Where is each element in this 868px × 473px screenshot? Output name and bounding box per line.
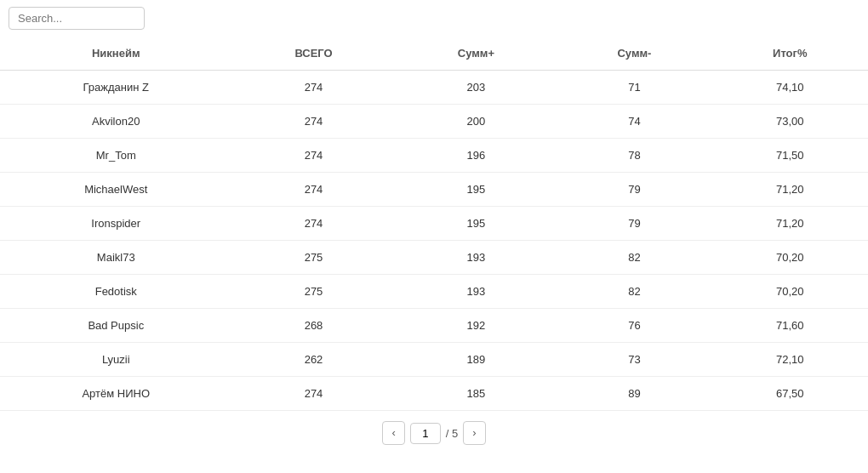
cell-result_pct: 67,50 bbox=[712, 377, 868, 411]
cell-sum_minus: 76 bbox=[557, 309, 711, 343]
cell-sum_minus: 82 bbox=[557, 241, 711, 275]
col-nickname: Никнейм bbox=[0, 37, 232, 71]
cell-nickname: Maikl73 bbox=[0, 241, 232, 275]
cell-nickname: MichaelWest bbox=[0, 173, 232, 207]
cell-sum_plus: 193 bbox=[396, 275, 557, 309]
search-container bbox=[0, 0, 868, 37]
cell-total: 268 bbox=[232, 309, 396, 343]
table-row: Ironspider2741957971,20 bbox=[0, 207, 868, 241]
table-row: Maikl732751938270,20 bbox=[0, 241, 868, 275]
cell-sum_minus: 73 bbox=[557, 343, 711, 377]
cell-sum_plus: 200 bbox=[396, 105, 557, 139]
data-table: Никнейм ВСЕГО Сумм+ Сумм- Итог% Граждани… bbox=[0, 37, 868, 411]
cell-result_pct: 74,10 bbox=[712, 71, 868, 105]
cell-sum_minus: 82 bbox=[557, 275, 711, 309]
cell-sum_minus: 74 bbox=[557, 105, 711, 139]
cell-nickname: Артём НИНО bbox=[0, 377, 232, 411]
cell-result_pct: 73,00 bbox=[712, 105, 868, 139]
table-row: Гражданин Z2742037174,10 bbox=[0, 71, 868, 105]
col-sum-plus: Сумм+ bbox=[396, 37, 557, 71]
table-row: Lyuzii2621897372,10 bbox=[0, 343, 868, 377]
cell-result_pct: 70,20 bbox=[712, 241, 868, 275]
cell-sum_plus: 196 bbox=[396, 139, 557, 173]
cell-total: 274 bbox=[232, 71, 396, 105]
cell-total: 275 bbox=[232, 241, 396, 275]
prev-page-button[interactable]: ‹ bbox=[382, 421, 404, 445]
next-page-button[interactable]: › bbox=[463, 421, 485, 445]
cell-result_pct: 71,20 bbox=[712, 207, 868, 241]
cell-nickname: Bad Pupsic bbox=[0, 309, 232, 343]
cell-total: 274 bbox=[232, 173, 396, 207]
cell-nickname: Lyuzii bbox=[0, 343, 232, 377]
cell-sum_plus: 192 bbox=[396, 309, 557, 343]
cell-sum_minus: 79 bbox=[557, 207, 711, 241]
search-input[interactable] bbox=[9, 7, 145, 30]
cell-nickname: Mr_Tom bbox=[0, 139, 232, 173]
cell-result_pct: 71,20 bbox=[712, 173, 868, 207]
cell-sum_minus: 71 bbox=[557, 71, 711, 105]
cell-result_pct: 71,50 bbox=[712, 139, 868, 173]
page-total: / 5 bbox=[446, 427, 458, 440]
cell-result_pct: 72,10 bbox=[712, 343, 868, 377]
pagination: ‹ / 5 › bbox=[0, 411, 868, 455]
col-result-pct: Итог% bbox=[712, 37, 868, 71]
cell-sum_plus: 195 bbox=[396, 207, 557, 241]
table-row: Mr_Tom2741967871,50 bbox=[0, 139, 868, 173]
col-sum-minus: Сумм- bbox=[557, 37, 711, 71]
cell-nickname: Akvilon20 bbox=[0, 105, 232, 139]
table-wrapper: Никнейм ВСЕГО Сумм+ Сумм- Итог% Граждани… bbox=[0, 37, 868, 411]
cell-sum_plus: 195 bbox=[396, 173, 557, 207]
cell-total: 262 bbox=[232, 343, 396, 377]
cell-nickname: Гражданин Z bbox=[0, 71, 232, 105]
table-row: Артём НИНО2741858967,50 bbox=[0, 377, 868, 411]
table-row: Akvilon202742007473,00 bbox=[0, 105, 868, 139]
cell-total: 274 bbox=[232, 207, 396, 241]
cell-sum_plus: 185 bbox=[396, 377, 557, 411]
cell-result_pct: 70,20 bbox=[712, 275, 868, 309]
table-row: Bad Pupsic2681927671,60 bbox=[0, 309, 868, 343]
cell-sum_plus: 193 bbox=[396, 241, 557, 275]
cell-nickname: Ironspider bbox=[0, 207, 232, 241]
cell-sum_minus: 79 bbox=[557, 173, 711, 207]
cell-result_pct: 71,60 bbox=[712, 309, 868, 343]
header-row: Никнейм ВСЕГО Сумм+ Сумм- Итог% bbox=[0, 37, 868, 71]
cell-sum_minus: 78 bbox=[557, 139, 711, 173]
cell-total: 274 bbox=[232, 377, 396, 411]
cell-sum_plus: 189 bbox=[396, 343, 557, 377]
cell-total: 274 bbox=[232, 139, 396, 173]
table-header: Никнейм ВСЕГО Сумм+ Сумм- Итог% bbox=[0, 37, 868, 71]
page-number-input[interactable] bbox=[410, 423, 441, 444]
col-total: ВСЕГО bbox=[232, 37, 396, 71]
cell-nickname: Fedotisk bbox=[0, 275, 232, 309]
table-row: MichaelWest2741957971,20 bbox=[0, 173, 868, 207]
table-body: Гражданин Z2742037174,10Akvilon202742007… bbox=[0, 71, 868, 411]
cell-sum_minus: 89 bbox=[557, 377, 711, 411]
cell-total: 274 bbox=[232, 105, 396, 139]
table-row: Fedotisk2751938270,20 bbox=[0, 275, 868, 309]
cell-sum_plus: 203 bbox=[396, 71, 557, 105]
cell-total: 275 bbox=[232, 275, 396, 309]
